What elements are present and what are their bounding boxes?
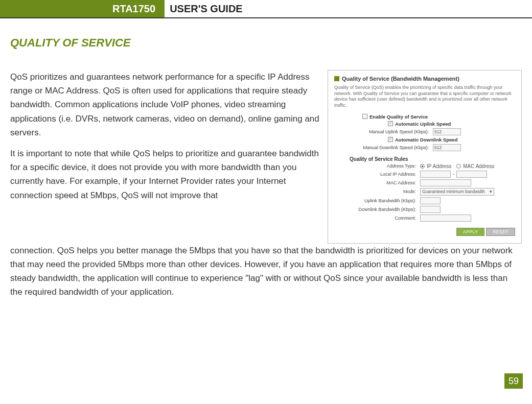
product-model: RTA1750	[10, 0, 165, 17]
ip-address-radio[interactable]	[420, 164, 425, 169]
mac-address-input[interactable]	[420, 179, 471, 186]
manual-downlink-label: Manual Downlink Speed (Kbps):	[362, 145, 429, 150]
header-accent	[0, 0, 10, 17]
auto-downlink-label: Automatic Downlink Speed	[395, 137, 457, 142]
address-type-label: Address Type:	[350, 163, 416, 169]
enable-qos-label: Enable Quality of Service	[369, 114, 428, 120]
downlink-bw-label: Downlink Bandwidth (Kbps):	[350, 207, 416, 212]
chevron-down-icon: ▾	[490, 189, 492, 194]
reset-button[interactable]: RESET	[486, 228, 515, 236]
mode-label: Mode:	[350, 189, 416, 194]
panel-bullet-icon	[334, 76, 339, 81]
mode-select-value: Guaranteed minimum bandwidth	[422, 189, 485, 194]
local-ip-from-input[interactable]	[420, 171, 451, 178]
paragraph-2-left: It is important to note that while QoS h…	[10, 147, 320, 202]
manual-uplink-label: Manual Uplink Speed (Kbps):	[362, 129, 429, 134]
comment-input[interactable]	[420, 215, 471, 222]
ss-description: Quality of Service (QoS) enables the pri…	[334, 85, 515, 109]
manual-downlink-input[interactable]: 512	[433, 144, 461, 151]
paragraph-2-cont: connection. QoS helps you better manage …	[10, 244, 522, 299]
ss-panel-title: Quality of Service (Bandwidth Management…	[334, 76, 515, 82]
page-header: RTA1750 USER'S GUIDE	[0, 0, 532, 18]
auto-uplink-checkbox[interactable]	[388, 121, 393, 126]
enable-qos-checkbox[interactable]	[362, 114, 367, 119]
page-number: 59	[504, 373, 523, 389]
ip-address-option: IP Address	[427, 163, 451, 169]
auto-uplink-label: Automatic Uplink Speed	[395, 121, 451, 127]
section-title: QUALITY OF SERVICE	[10, 36, 522, 50]
rules-subhead: Quality of Service Rules	[350, 156, 515, 162]
ss-panel-title-text: Quality of Service (Bandwidth Management…	[342, 76, 459, 82]
apply-button[interactable]: APPLY	[456, 228, 484, 236]
embedded-screenshot: Quality of Service (Bandwidth Management…	[328, 70, 522, 244]
local-ip-to-input[interactable]	[456, 171, 487, 178]
uplink-bw-label: Uplink Bandwidth (Kbps):	[350, 198, 416, 203]
document-title: USER'S GUIDE	[165, 0, 243, 17]
uplink-bw-input[interactable]	[420, 197, 441, 204]
paragraph-1: QoS prioritizes and guarantees network p…	[10, 70, 320, 139]
mac-address-radio[interactable]	[456, 164, 461, 169]
local-ip-label: Local IP Address:	[350, 172, 416, 177]
ip-range-dash: -	[453, 171, 454, 177]
mac-address-option: MAC Address	[463, 163, 494, 169]
manual-uplink-input[interactable]: 512	[433, 128, 461, 135]
auto-downlink-checkbox[interactable]	[388, 137, 393, 142]
comment-label: Comment:	[350, 216, 416, 221]
downlink-bw-input[interactable]	[420, 206, 441, 213]
mac-address-label: MAC Address:	[350, 180, 416, 185]
mode-select[interactable]: Guaranteed minimum bandwidth ▾	[420, 188, 494, 196]
